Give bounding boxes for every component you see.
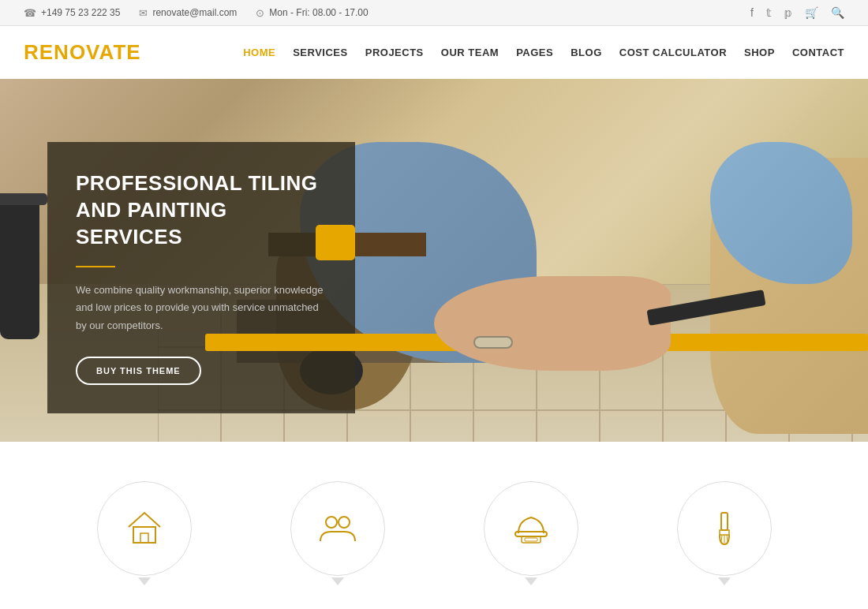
feature-pointer-helmet	[525, 577, 537, 585]
email-item: ✉ renovate@mail.com	[139, 7, 237, 19]
nav-home[interactable]: HOME	[243, 47, 275, 58]
hours-item: ⊙ Mon - Fri: 08.00 - 17.00	[256, 7, 368, 19]
feature-team	[290, 481, 385, 585]
header: RENOVATE HOME SERVICES PROJECTS OUR TEAM…	[0, 26, 868, 79]
hero-section: PROFESSIONAL TILINGAND PAINTING SERVICES…	[0, 79, 868, 442]
phone-number: +149 75 23 222 35	[41, 7, 120, 18]
helmet-icon	[512, 510, 550, 547]
svg-point-5	[339, 517, 350, 528]
feature-circle-home	[97, 481, 192, 576]
feature-home	[97, 481, 192, 585]
svg-rect-8	[525, 538, 537, 541]
nav-pages[interactable]: PAGES	[516, 47, 553, 58]
feature-circle-team	[290, 481, 385, 576]
svg-rect-2	[133, 527, 155, 543]
svg-line-13	[727, 535, 728, 542]
nav-shop[interactable]: SHOP	[744, 47, 775, 58]
feature-pointer-team	[331, 577, 344, 585]
site-logo[interactable]: RENOVATE	[24, 40, 141, 65]
main-nav: HOME SERVICES PROJECTS OUR TEAM PAGES BL…	[243, 47, 844, 58]
hero-description: We combine quality workmanship, superior…	[76, 282, 327, 334]
nav-our-team[interactable]: OUR TEAM	[441, 47, 499, 58]
pinterest-icon[interactable]: 𝕡	[784, 6, 792, 19]
svg-rect-3	[140, 533, 148, 543]
svg-rect-6	[515, 532, 547, 536]
email-icon: ✉	[139, 7, 148, 19]
cart-icon[interactable]: 🛒	[805, 6, 818, 19]
nav-services[interactable]: SERVICES	[293, 47, 348, 58]
topbar-left: ☎ +149 75 23 222 35 ✉ renovate@mail.com …	[24, 7, 369, 19]
team-icon	[319, 510, 357, 547]
hero-title: PROFESSIONAL TILINGAND PAINTING SERVICES	[76, 170, 327, 250]
feature-helmet	[484, 481, 578, 585]
feature-pointer-brush	[718, 577, 731, 585]
hero-divider	[76, 266, 115, 267]
nav-projects[interactable]: PROJECTS	[365, 47, 424, 58]
feature-brush	[677, 481, 772, 585]
clock-icon: ⊙	[256, 7, 264, 19]
nav-cost-calculator[interactable]: COST CALCULATOR	[619, 47, 727, 58]
email-address: renovate@mail.com	[152, 7, 237, 18]
feature-pointer-home	[138, 577, 151, 585]
topbar-social: f 𝕥 𝕡 🛒 🔍	[750, 6, 844, 19]
feature-circle-helmet	[484, 481, 578, 576]
business-hours: Mon - Fri: 08.00 - 17.00	[269, 7, 368, 18]
svg-point-4	[326, 517, 337, 528]
phone-item: ☎ +149 75 23 222 35	[24, 7, 120, 19]
nav-contact[interactable]: CONTACT	[792, 47, 844, 58]
svg-rect-9	[721, 513, 728, 530]
twitter-icon[interactable]: 𝕥	[766, 6, 772, 19]
feature-circle-brush	[677, 481, 772, 576]
hero-overlay: PROFESSIONAL TILINGAND PAINTING SERVICES…	[47, 142, 355, 413]
phone-icon: ☎	[24, 7, 36, 19]
nav-blog[interactable]: BLOG	[571, 47, 602, 58]
buy-theme-button[interactable]: BUY THIS THEME	[76, 357, 201, 385]
topbar: ☎ +149 75 23 222 35 ✉ renovate@mail.com …	[0, 0, 868, 26]
brush-icon	[705, 510, 743, 547]
facebook-icon[interactable]: f	[750, 6, 754, 19]
svg-line-12	[721, 535, 722, 542]
search-icon[interactable]: 🔍	[831, 6, 844, 19]
features-section	[0, 442, 868, 601]
home-icon	[125, 510, 163, 547]
